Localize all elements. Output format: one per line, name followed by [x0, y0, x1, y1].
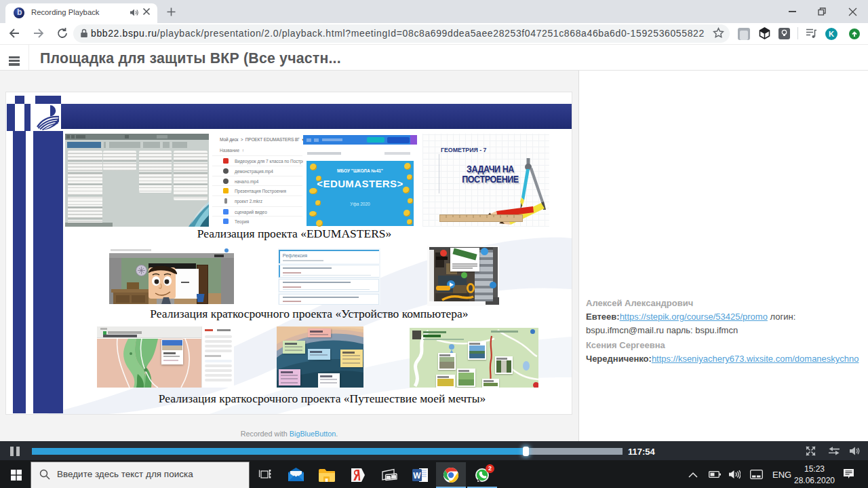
- svg-text:W: W: [413, 471, 421, 481]
